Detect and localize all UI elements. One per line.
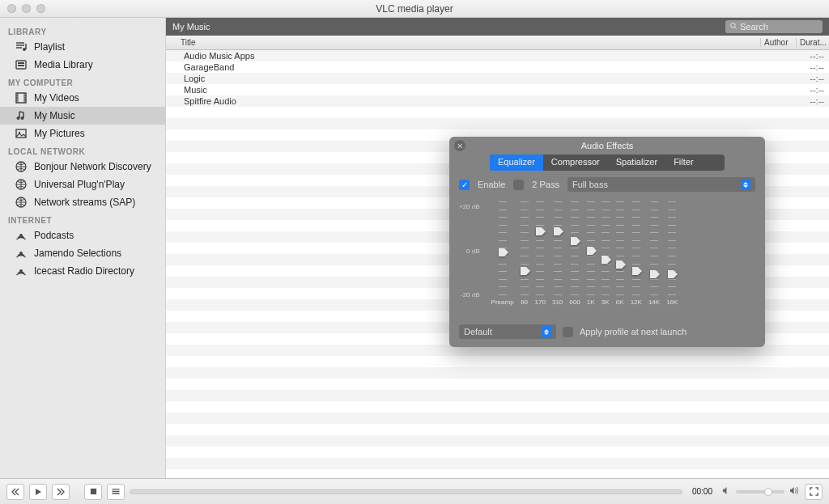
chevron-updown-icon xyxy=(542,326,551,337)
globe-icon xyxy=(15,178,28,191)
next-button[interactable] xyxy=(52,484,70,500)
player-bar: 00:00 xyxy=(0,478,829,504)
sidebar-item-label: Media Library xyxy=(34,59,93,70)
chevron-updown-icon xyxy=(741,179,750,190)
podcast-icon xyxy=(15,229,28,242)
svg-rect-7 xyxy=(16,129,26,138)
sidebar-item-media-library[interactable]: Media Library xyxy=(0,56,165,74)
enable-label: Enable xyxy=(478,180,505,189)
tab-filter[interactable]: Filter xyxy=(665,155,701,171)
svg-rect-3 xyxy=(18,65,24,66)
sidebar-item-label: Icecast Radio Directory xyxy=(34,265,134,277)
table-row xyxy=(166,367,829,379)
eq-band-16k[interactable]: 16K xyxy=(666,201,678,315)
eq-band-6k[interactable]: 6K xyxy=(616,201,624,315)
eq-band-14k[interactable]: 14K xyxy=(648,201,660,315)
table-row[interactable]: GarageBand--:-- xyxy=(166,61,829,73)
table-row[interactable]: Logic--:-- xyxy=(166,73,829,84)
sidebar-item-podcasts[interactable]: Podcasts xyxy=(0,227,165,244)
twopass-checkbox[interactable] xyxy=(513,180,524,190)
sidebar-group: LIBRARY xyxy=(0,23,165,38)
apply-profile-checkbox[interactable] xyxy=(563,327,573,337)
sidebar-item-my-pictures[interactable]: My Pictures xyxy=(0,125,165,142)
sidebar-group: LOCAL NETWORK xyxy=(0,142,165,158)
sidebar-item-label: Universal Plug'n'Play xyxy=(34,179,125,190)
column-title[interactable]: Title xyxy=(166,38,761,47)
table-row xyxy=(166,118,829,129)
prev-button[interactable] xyxy=(6,484,24,500)
globe-icon xyxy=(15,160,28,173)
tab-compressor[interactable]: Compressor xyxy=(543,155,608,171)
eq-band-310[interactable]: 310 xyxy=(552,201,563,315)
sidebar-item-my-videos[interactable]: My Videos xyxy=(0,89,165,107)
search-input[interactable]: Search xyxy=(725,20,823,33)
close-icon[interactable]: ✕ xyxy=(454,140,466,151)
eq-band-12k[interactable]: 12K xyxy=(631,201,642,315)
volume-low-icon xyxy=(722,486,731,498)
sidebar-item-universal-plug-n-play[interactable]: Universal Plug'n'Play xyxy=(0,176,165,193)
playlist-icon xyxy=(15,40,28,53)
globe-icon xyxy=(15,196,28,209)
sidebar-item-label: Network streams (SAP) xyxy=(34,197,135,208)
eq-band-3k[interactable]: 3K xyxy=(602,201,610,315)
table-row xyxy=(166,424,829,435)
sidebar-item-network-streams-sap-[interactable]: Network streams (SAP) xyxy=(0,193,165,211)
volume-high-icon xyxy=(789,486,800,498)
sidebar-item-jamendo-selections[interactable]: Jamendo Selections xyxy=(0,244,165,262)
enable-checkbox[interactable]: ✓ xyxy=(459,180,470,190)
profile-dropdown[interactable]: Default xyxy=(459,324,556,339)
sidebar-item-icecast-radio-directory[interactable]: Icecast Radio Directory xyxy=(0,262,165,280)
window-title: VLC media player xyxy=(0,3,829,15)
audio-effects-panel: ✕ Audio Effects EqualizerCompressorSpati… xyxy=(449,137,765,347)
sidebar-group: INTERNET xyxy=(0,211,165,227)
search-icon xyxy=(729,22,738,32)
table-row xyxy=(166,469,829,478)
audio-effects-tabs: EqualizerCompressorSpatializerFilter xyxy=(490,155,725,171)
time-display: 00:00 xyxy=(687,487,717,496)
table-row xyxy=(166,356,829,367)
column-duration[interactable]: Durat... xyxy=(797,38,829,47)
svg-point-15 xyxy=(731,23,736,28)
eq-band-170[interactable]: 170 xyxy=(535,201,546,315)
media-icon xyxy=(15,58,28,71)
sidebar-item-label: My Videos xyxy=(34,92,79,104)
eq-band-600[interactable]: 600 xyxy=(569,201,580,315)
table-row[interactable]: Music--:-- xyxy=(166,84,829,95)
fullscreen-button[interactable] xyxy=(805,484,823,500)
table-row xyxy=(166,435,829,447)
stop-button[interactable] xyxy=(84,484,102,500)
table-row xyxy=(166,390,829,401)
music-icon xyxy=(15,109,28,122)
tab-spatializer[interactable]: Spatializer xyxy=(608,155,665,171)
playlist-button[interactable] xyxy=(107,484,125,500)
window-titlebar: VLC media player xyxy=(0,0,829,18)
play-button[interactable] xyxy=(29,484,47,500)
column-author[interactable]: Author xyxy=(761,38,797,47)
sidebar-item-bonjour-network-discovery[interactable]: Bonjour Network Discovery xyxy=(0,158,165,176)
sidebar-item-label: Bonjour Network Discovery xyxy=(34,161,151,172)
table-row xyxy=(166,401,829,413)
apply-profile-label: Apply profile at next launch xyxy=(580,327,687,337)
table-row[interactable]: Spitfire Audio--:-- xyxy=(166,95,829,107)
progress-bar[interactable] xyxy=(130,489,682,494)
svg-line-16 xyxy=(735,28,737,29)
sidebar-group: MY COMPUTER xyxy=(0,74,165,89)
sidebar-item-playlist[interactable]: Playlist xyxy=(0,38,165,56)
svg-rect-2 xyxy=(18,62,24,64)
volume-slider[interactable] xyxy=(736,490,784,493)
sidebar-item-label: My Pictures xyxy=(34,128,85,139)
eq-band-1k[interactable]: 1K xyxy=(587,201,595,315)
picture-icon xyxy=(15,127,28,140)
table-row[interactable]: Audio Music Apps--:-- xyxy=(166,50,829,61)
table-row xyxy=(166,107,829,118)
table-row xyxy=(166,413,829,424)
film-icon xyxy=(15,91,28,104)
preset-dropdown[interactable]: Full bass xyxy=(568,177,755,192)
sidebar-item-my-music[interactable]: My Music xyxy=(0,107,165,125)
tab-equalizer[interactable]: Equalizer xyxy=(490,155,543,171)
twopass-label: 2 Pass xyxy=(532,180,559,189)
eq-band-preamp[interactable]: Preamp xyxy=(491,201,514,315)
podcast-icon xyxy=(15,265,28,277)
eq-band-60[interactable]: 60 xyxy=(521,201,529,315)
svg-point-5 xyxy=(17,116,20,120)
